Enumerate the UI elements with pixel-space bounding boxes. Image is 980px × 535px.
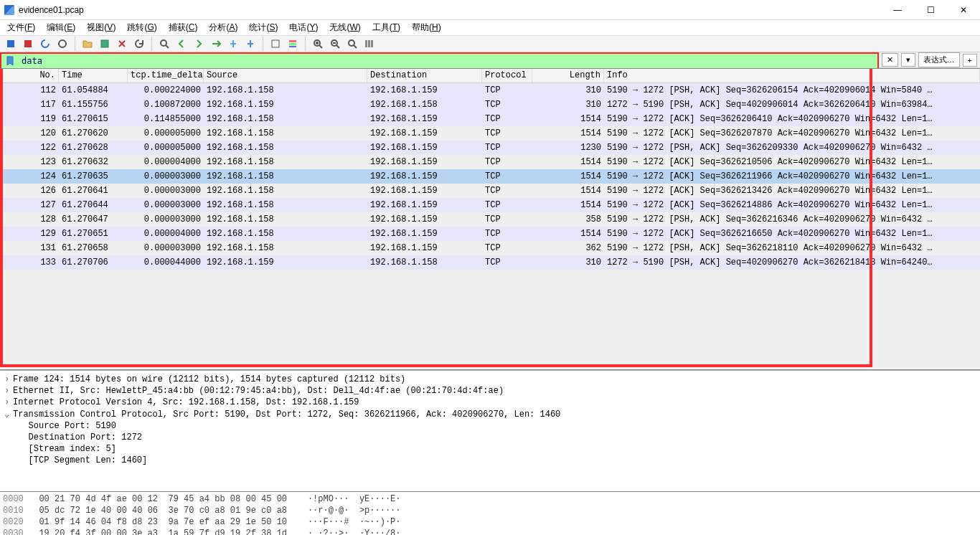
indent-spacer xyxy=(4,444,13,454)
svg-rect-3 xyxy=(101,40,108,47)
detail-line[interactable]: ›Frame 124: 1514 bytes on wire (12112 bi… xyxy=(1,374,979,385)
packet-row[interactable]: 11961.2706150.114855000192.168.1.158192.… xyxy=(0,112,980,126)
display-filter-input[interactable] xyxy=(19,55,877,67)
packet-row[interactable]: 13161.2706580.000003000192.168.1.158192.… xyxy=(0,241,980,255)
menu-go[interactable]: 跳转(G) xyxy=(123,20,161,35)
filter-clear-icon[interactable]: ✕ xyxy=(882,53,898,67)
toolbar-save-icon[interactable] xyxy=(97,36,113,52)
toolbar-zoom-out-icon[interactable] xyxy=(327,36,343,52)
toolbar-zoom-reset-icon[interactable] xyxy=(344,36,360,52)
indent-spacer xyxy=(4,432,13,442)
menu-view[interactable]: 视图(V) xyxy=(83,20,120,35)
svg-rect-12 xyxy=(365,40,367,47)
hex-line[interactable]: 0010 05 dc 72 1e 40 00 40 06 3e 70 c0 a8… xyxy=(3,505,977,516)
detail-line[interactable]: Destination Port: 1272 xyxy=(1,432,979,443)
toolbar-find-icon[interactable] xyxy=(156,36,172,52)
menu-stats[interactable]: 统计(S) xyxy=(245,20,282,35)
column-header-no[interactable]: No. xyxy=(0,69,59,82)
packet-row[interactable]: 11761.1557560.100872000192.168.1.159192.… xyxy=(0,98,980,112)
column-header-time[interactable]: Time xyxy=(59,69,128,82)
toolbar-autoscroll-icon[interactable] xyxy=(268,36,283,52)
indent-spacer xyxy=(4,421,13,431)
toolbar-reload-icon[interactable] xyxy=(131,36,147,52)
svg-rect-1 xyxy=(24,40,32,47)
packet-row[interactable]: 12861.2706470.000003000192.168.1.158192.… xyxy=(0,212,980,227)
filter-recent-dropdown[interactable]: ▾ xyxy=(901,53,915,67)
svg-rect-0 xyxy=(7,40,14,47)
close-button[interactable]: ✕ xyxy=(947,0,980,20)
toolbar-resize-columns-icon[interactable] xyxy=(362,36,377,52)
toolbar-close-icon[interactable] xyxy=(114,36,130,52)
toolbar-next-icon[interactable] xyxy=(191,36,207,52)
packet-row[interactable]: 12461.2706350.000003000192.168.1.158192.… xyxy=(0,169,980,184)
menubar: 文件(F) 编辑(E) 视图(V) 跳转(G) 捕获(C) 分析(A) 统计(S… xyxy=(0,20,980,36)
menu-tools[interactable]: 工具(T) xyxy=(368,20,405,35)
detail-line[interactable]: [Stream index: 5] xyxy=(1,443,979,455)
menu-capture[interactable]: 捕获(C) xyxy=(164,20,202,35)
detail-line[interactable]: ⌄Transmission Control Protocol, Src Port… xyxy=(1,408,979,420)
menu-telephony[interactable]: 电话(Y) xyxy=(285,20,322,35)
svg-rect-8 xyxy=(289,46,296,47)
packet-row[interactable]: 11261.0548840.000224000192.168.1.158192.… xyxy=(0,83,980,98)
column-header-info[interactable]: Info xyxy=(604,69,980,82)
maximize-button[interactable]: ☐ xyxy=(914,0,947,20)
toolbar-open-file-icon[interactable] xyxy=(80,36,95,52)
toolbar-last-icon[interactable] xyxy=(242,36,258,52)
menu-analyze[interactable]: 分析(A) xyxy=(204,20,242,35)
detail-line[interactable]: Source Port: 5190 xyxy=(1,420,979,432)
packet-row[interactable]: 12761.2706440.000003000192.168.1.158192.… xyxy=(0,198,980,212)
svg-point-2 xyxy=(59,40,66,47)
packet-row[interactable]: 12061.2706200.000005000192.168.1.158192.… xyxy=(0,126,980,141)
chevron-right-icon[interactable]: › xyxy=(4,374,13,384)
minimize-button[interactable]: — xyxy=(881,0,914,20)
toolbar-restart-capture-icon[interactable] xyxy=(37,36,53,52)
toolbar-goto-icon[interactable] xyxy=(208,36,224,52)
menu-edit[interactable]: 编辑(E) xyxy=(42,20,80,35)
display-filter-wrap xyxy=(0,52,879,68)
packet-list-body[interactable]: 11261.0548840.000224000192.168.1.158192.… xyxy=(0,83,980,369)
toolbar-start-capture-icon[interactable] xyxy=(3,36,19,52)
menu-wireless[interactable]: 无线(W) xyxy=(325,20,364,35)
svg-point-11 xyxy=(349,40,354,46)
titlebar: evidence01.pcap — ☐ ✕ xyxy=(0,0,980,20)
menu-file[interactable]: 文件(F) xyxy=(3,20,39,35)
column-header-protocol[interactable]: Protocol xyxy=(482,69,532,82)
column-header-source[interactable]: Source xyxy=(204,69,367,82)
hex-line[interactable]: 0020 01 9f 14 46 04 f8 d8 23 9a 7e ef aa… xyxy=(3,516,977,528)
filter-bookmark-icon[interactable] xyxy=(4,55,16,67)
toolbar-options-icon[interactable] xyxy=(55,36,70,52)
packet-list-headers: No. Time tcp.time_delta Source Destinati… xyxy=(0,69,980,83)
svg-point-4 xyxy=(161,40,166,46)
toolbar-stop-capture-icon[interactable] xyxy=(20,36,36,52)
chevron-right-icon[interactable]: › xyxy=(4,386,13,396)
filter-expression-button[interactable]: 表达式… xyxy=(918,52,960,67)
indent-spacer xyxy=(4,455,13,465)
packet-bytes-pane[interactable]: 0000 00 21 70 4d 4f ae 00 12 79 45 a4 bb… xyxy=(0,492,980,535)
svg-rect-13 xyxy=(368,40,370,47)
chevron-right-icon[interactable]: › xyxy=(4,397,13,407)
packet-row[interactable]: 12661.2706410.000003000192.168.1.158192.… xyxy=(0,184,980,198)
toolbar-first-icon[interactable] xyxy=(225,36,241,52)
packet-details-pane[interactable]: ›Frame 124: 1514 bytes on wire (12112 bi… xyxy=(0,370,980,492)
app-logo-icon xyxy=(4,5,14,15)
column-header-destination[interactable]: Destination xyxy=(367,69,482,82)
detail-line[interactable]: ›Internet Protocol Version 4, Src: 192.1… xyxy=(1,397,979,408)
detail-line[interactable]: [TCP Segment Len: 1460] xyxy=(1,455,979,466)
toolbar-zoom-in-icon[interactable] xyxy=(310,36,326,52)
column-header-length[interactable]: Length xyxy=(532,69,604,82)
window-title: evidence01.pcap xyxy=(19,5,84,15)
toolbar-prev-icon[interactable] xyxy=(174,36,189,52)
hex-line[interactable]: 0030 19 20 f4 3f 00 00 3e a3 1a 59 7f d9… xyxy=(3,528,977,535)
detail-line[interactable]: ›Ethernet II, Src: HewlettP_45:a4:bb (00… xyxy=(1,385,979,397)
packet-row[interactable]: 12361.2706320.000004000192.168.1.158192.… xyxy=(0,155,980,169)
chevron-down-icon[interactable]: ⌄ xyxy=(4,409,13,420)
menu-help[interactable]: 帮助(H) xyxy=(407,20,446,35)
packet-row[interactable]: 13361.2707060.000044000192.168.1.159192.… xyxy=(0,255,980,270)
filter-add-button[interactable]: + xyxy=(963,54,977,67)
hex-line[interactable]: 0000 00 21 70 4d 4f ae 00 12 79 45 a4 bb… xyxy=(3,493,977,505)
toolbar-colorize-icon[interactable] xyxy=(285,36,301,52)
svg-rect-14 xyxy=(371,40,373,47)
column-header-delta[interactable]: tcp.time_delta xyxy=(128,69,204,82)
packet-row[interactable]: 12961.2706510.000004000192.168.1.158192.… xyxy=(0,227,980,241)
packet-row[interactable]: 12261.2706280.000005000192.168.1.158192.… xyxy=(0,141,980,155)
